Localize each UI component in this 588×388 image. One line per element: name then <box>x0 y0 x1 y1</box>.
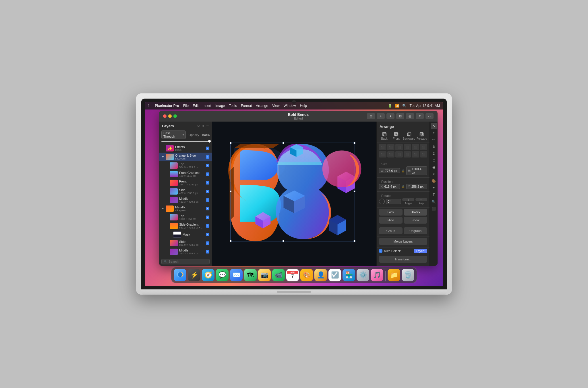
toolbar-format-btn[interactable]: ⊡ <box>396 113 404 119</box>
menu-tools[interactable]: Tools <box>229 104 237 108</box>
angle-field[interactable]: 0° <box>386 199 401 204</box>
layer-item-mask[interactable]: Mask ✓ <box>159 230 212 239</box>
dock-calendar[interactable]: APR 7 <box>286 269 299 281</box>
app-name-menu[interactable]: Pixelmator Pro <box>155 104 179 108</box>
y-field[interactable]: Y: 258.8 px <box>406 184 427 189</box>
dock-finder[interactable]: 🔵 <box>174 269 186 281</box>
layer-item-side-2[interactable]: Side 881.9 × 703.2 px ✓ <box>159 239 212 247</box>
front-button[interactable] <box>394 132 399 137</box>
transform-button[interactable]: Transform... <box>379 256 427 263</box>
auto-select-checkbox[interactable]: ✓ <box>379 249 382 253</box>
menu-edit[interactable]: Edit <box>193 104 199 108</box>
toolbar-info-btn[interactable]: ℹ <box>386 113 394 119</box>
show-button[interactable]: Show <box>404 217 427 224</box>
search-icon[interactable]: 🔍 <box>402 104 407 108</box>
canvas-area[interactable] <box>212 122 376 266</box>
layer-visibility[interactable]: ✓ <box>206 164 210 168</box>
dock-folder[interactable]: 📁 <box>388 269 400 281</box>
toolbar-add-btn[interactable]: + <box>377 113 385 119</box>
hide-button[interactable]: Hide <box>379 217 403 224</box>
dock-facetime[interactable]: 📹 <box>272 269 285 281</box>
layer-item-front-gradient[interactable]: Front Gradient 420 × 1142 px ✓ <box>159 170 212 178</box>
layer-visibility[interactable]: ✓ <box>206 207 210 211</box>
rotate-dial[interactable] <box>379 199 385 204</box>
align-2[interactable]: ⬛ <box>404 151 411 157</box>
healing-tool[interactable]: ⊕ <box>431 143 437 150</box>
blur-tool[interactable]: ◉ <box>431 164 437 170</box>
layer-visibility[interactable]: ✓ <box>206 241 210 245</box>
layer-visibility[interactable]: ✓ <box>206 189 210 193</box>
group-button[interactable]: Group <box>379 227 403 234</box>
layer-visibility[interactable]: ✓ <box>206 250 210 254</box>
menu-file[interactable]: File <box>183 104 189 108</box>
layers-icon-1[interactable]: ↺ <box>197 124 200 128</box>
dock-pixelmator[interactable]: 🎨 <box>300 269 313 281</box>
layer-item-metallic[interactable]: ▾ Metallic 4 Layers ✓ <box>159 204 212 213</box>
dock-mail[interactable]: ✉️ <box>230 269 243 281</box>
lock-proportions-icon[interactable]: 🔒 <box>401 169 405 173</box>
layer-item-orange-blue[interactable]: ▾ Orange & Blue 5 Layers ✓ <box>159 153 212 161</box>
auto-select-dropdown[interactable]: Layer ▾ <box>414 249 427 253</box>
layer-item-middle-2[interactable]: Middle 323.3 × 254.8 px ✓ <box>159 247 212 256</box>
align-right-top[interactable]: ⬛ <box>395 144 403 150</box>
layer-item-front[interactable]: Front 284.7 × 1142 px ✓ <box>159 178 212 187</box>
eraser-tool[interactable]: ◻ <box>431 157 437 164</box>
color-tool[interactable]: 🎨 <box>431 178 437 184</box>
maximize-button[interactable] <box>173 114 177 118</box>
back-button[interactable] <box>382 132 387 137</box>
text-tool[interactable]: T <box>431 192 437 198</box>
menu-format[interactable]: Format <box>241 104 252 108</box>
layer-visibility[interactable]: ✓ <box>206 215 210 219</box>
layers-icon-3[interactable]: ⋯ <box>206 124 209 128</box>
backward-button[interactable] <box>407 132 411 137</box>
lock-button[interactable]: Lock <box>379 209 403 216</box>
close-button[interactable] <box>163 114 167 118</box>
toolbar-view-btn[interactable]: ▭ <box>425 113 434 119</box>
zoom-tool[interactable]: 🔍 <box>431 199 437 205</box>
ungroup-button[interactable]: Ungroup <box>404 227 427 234</box>
menu-image[interactable]: Image <box>215 104 225 108</box>
clone-tool[interactable]: ⊙ <box>431 150 437 157</box>
x-field[interactable]: X: 615.4 px <box>379 184 400 189</box>
layer-visibility[interactable]: ✓ <box>206 224 210 228</box>
menu-help[interactable]: Help <box>300 104 307 108</box>
menu-view[interactable]: View <box>272 104 280 108</box>
flip-button[interactable]: ↕ <box>402 198 414 201</box>
dock-music[interactable]: 🎵 <box>371 269 383 281</box>
align-left-top[interactable]: ⬛ <box>379 144 386 150</box>
expand-icon[interactable]: ▾ <box>161 207 164 210</box>
layer-item-top-1[interactable]: Top 584.9 × 223.2 px ✓ <box>159 161 212 170</box>
dock-trash[interactable]: 🗑️ <box>402 269 414 281</box>
dock-systemprefs[interactable]: ⚙️ <box>357 269 369 281</box>
dock-maps[interactable]: 🗺 <box>244 269 257 281</box>
layer-item-top-2[interactable]: Top 1008 × 957 px ✓ <box>159 213 212 222</box>
menu-window[interactable]: Window <box>284 104 296 108</box>
layer-visibility[interactable]: ✓ <box>206 172 210 176</box>
layer-item-middle-1[interactable]: Middle 423.3 × 499.8 px ✓ <box>159 196 212 204</box>
layer-visibility[interactable]: ✓ <box>206 181 210 185</box>
align-more[interactable]: ⬛ <box>420 144 428 150</box>
forward-button[interactable] <box>419 132 424 137</box>
align-right-mid[interactable]: ⬛ <box>395 151 403 157</box>
paint-tool[interactable]: ✏ <box>431 137 437 143</box>
position-lock-icon[interactable]: 🔒 <box>401 185 405 189</box>
dock-appstore[interactable]: 🏪 <box>343 269 355 281</box>
pen-tool[interactable]: ✒ <box>431 185 437 191</box>
width-field[interactable]: W: 776.6 px <box>379 168 400 173</box>
unlock-button[interactable]: Unlock <box>404 209 427 216</box>
align-dist-v[interactable]: ⬛ <box>412 144 419 150</box>
sidebar-toggle-btn[interactable]: ⊞ <box>367 113 375 119</box>
menu-arrange[interactable]: Arrange <box>256 104 268 108</box>
menu-insert[interactable]: Insert <box>203 104 211 108</box>
layer-visibility[interactable]: ✓ <box>206 155 210 159</box>
expand-icon[interactable]: ▾ <box>161 155 164 158</box>
dock-launchpad[interactable]: ⚡ <box>188 269 200 281</box>
layer-item-magenta[interactable]: ▶ Magenta 4 Layers ✓ <box>159 256 212 257</box>
align-center-top[interactable]: ⬛ <box>387 144 395 150</box>
height-field[interactable]: H: 1200.4 px <box>406 166 427 175</box>
align-left-mid[interactable]: ⬛ <box>379 151 386 157</box>
toolbar-arrange-btn[interactable]: ◎ <box>406 113 414 119</box>
minimize-button[interactable] <box>168 114 172 118</box>
select-tool[interactable]: ↖ <box>431 123 437 129</box>
transform-tool[interactable]: ⬛ <box>431 205 437 212</box>
